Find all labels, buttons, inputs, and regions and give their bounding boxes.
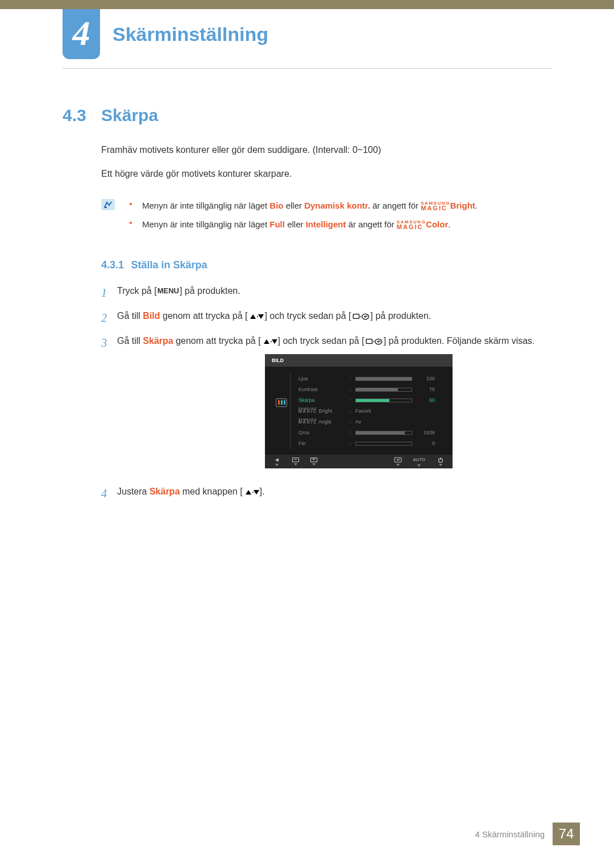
- chapter-header: 4 Skärminställning: [63, 9, 268, 59]
- osd-row: Fin:0: [298, 438, 445, 449]
- note-item-2: Menyn är inte tillgänglig när läget Full…: [130, 217, 478, 232]
- up-down-icon: [247, 313, 264, 320]
- osd-title: BILD: [265, 354, 453, 367]
- step-3: 3 Gå till Skärpa genom att trycka på [] …: [101, 334, 551, 477]
- note-box: Menyn är inte tillgänglig när läget Bio …: [101, 198, 551, 235]
- svg-rect-2: [366, 339, 372, 343]
- step-2: 2 Gå till Bild genom att trycka på [] oc…: [101, 309, 551, 327]
- source-enter-icon: [364, 338, 384, 345]
- osd-panel: BILD Ljus:100Kontrast:75Skärpa:60SAMSUNG…: [265, 354, 453, 468]
- footer-page-number: 74: [553, 823, 580, 845]
- up-down-icon: [261, 338, 278, 345]
- osd-nav-auto: AUTO: [413, 456, 425, 466]
- osd-nav-minus-icon: −: [292, 458, 299, 466]
- chapter-title: Skärminställning: [113, 23, 268, 45]
- note-list: Menyn är inte tillgänglig när läget Bio …: [130, 198, 478, 235]
- footer-chapter-text: 4 Skärminställning: [475, 829, 545, 839]
- samsung-magic-label: SAMSUNGMAGIC: [397, 220, 426, 230]
- chapter-badge: 4: [63, 9, 100, 59]
- osd-nav-power-icon: [437, 457, 445, 466]
- osd-rows: Ljus:100Kontrast:75Skärpa:60SAMSUNGMAGIC…: [298, 373, 445, 449]
- osd-nav-enter-icon: [394, 457, 402, 466]
- chapter-number: 4: [73, 15, 90, 53]
- osd-row: SAMSUNGMAGIC Angle:Av: [298, 417, 445, 427]
- svg-rect-0: [353, 314, 359, 318]
- page-content: 4.3 Skärpa Framhäv motivets konturer ell…: [63, 106, 551, 509]
- note-icon: [101, 199, 115, 210]
- subsection-number: 4.3.1: [101, 259, 124, 271]
- step-1: 1 Tryck på [MENU] på produkten.: [101, 284, 551, 302]
- osd-row: Ljus:100: [298, 373, 445, 384]
- section-heading: 4.3 Skärpa: [63, 106, 551, 125]
- osd-row: Grov:1936: [298, 427, 445, 438]
- osd-row: Kontrast:75: [298, 384, 445, 395]
- section-title: Skärpa: [101, 106, 158, 125]
- samsung-magic-label: SAMSUNGMAGIC: [421, 201, 450, 211]
- subsection-heading: 4.3.1 Ställa in Skärpa: [101, 259, 551, 271]
- osd-screenshot: BILD Ljus:100Kontrast:75Skärpa:60SAMSUNG…: [265, 354, 551, 468]
- osd-row: SAMSUNGMAGIC Bright:Favorit: [298, 406, 445, 417]
- steps-list: 1 Tryck på [MENU] på produkten. 2 Gå til…: [101, 284, 551, 502]
- page-footer: 4 Skärminställning 74: [475, 823, 580, 845]
- intro-text-1: Framhäv motivets konturer eller gör dem …: [101, 143, 551, 157]
- header-divider: [63, 68, 551, 69]
- top-accent-bar: [0, 0, 614, 9]
- osd-footer: ◄ − + AUTO: [265, 455, 453, 468]
- osd-picture-icon: [276, 398, 287, 407]
- osd-row: Skärpa:60: [298, 395, 445, 406]
- intro-text-2: Ett högre värde gör motivets konturer sk…: [101, 167, 551, 181]
- subsection-title: Ställa in Skärpa: [131, 259, 208, 271]
- source-enter-icon: [351, 313, 371, 320]
- osd-nav-plus-icon: +: [310, 458, 317, 466]
- menu-button-label: MENU: [157, 285, 180, 297]
- up-down-icon: [243, 489, 260, 496]
- note-item-1: Menyn är inte tillgänglig när läget Bio …: [130, 198, 478, 213]
- section-number: 4.3: [63, 106, 101, 125]
- step-4: 4 Justera Skärpa med knappen [].: [101, 484, 551, 502]
- osd-nav-back-icon: ◄: [273, 457, 281, 466]
